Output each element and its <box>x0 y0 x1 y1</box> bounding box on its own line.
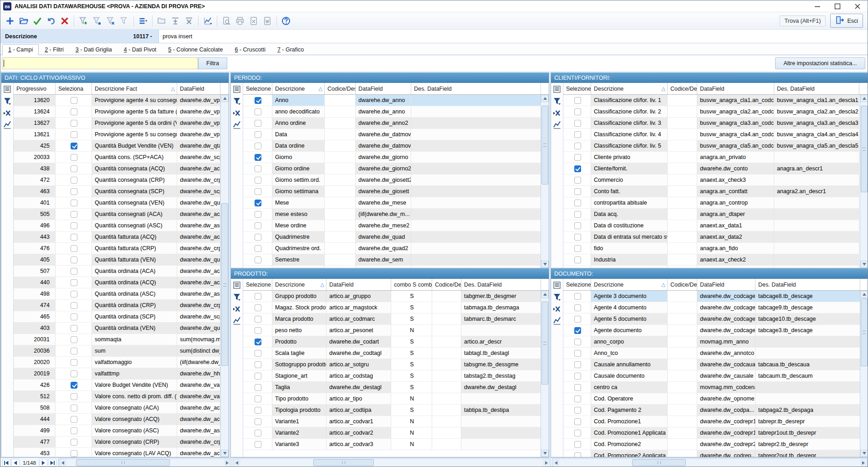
row-checkbox[interactable] <box>71 359 77 366</box>
column-header[interactable]: Des. DataField <box>756 279 860 290</box>
column-header[interactable]: Des. DataField <box>774 83 859 94</box>
row-checkbox[interactable] <box>255 257 261 263</box>
table-row[interactable]: anno_corpomovmag.mm_anno <box>563 336 860 348</box>
checkbox-cell[interactable] <box>56 311 92 323</box>
dati-filter-icon[interactable] <box>3 96 12 106</box>
prodotto-clear-filter-icon[interactable] <box>232 304 242 313</box>
scroll-left-arrow[interactable] <box>552 459 560 467</box>
checkbox-cell[interactable] <box>243 313 272 325</box>
row-checkbox[interactable] <box>255 131 261 138</box>
row-checkbox[interactable] <box>574 143 581 149</box>
checkbox-cell[interactable] <box>243 254 272 266</box>
column-header[interactable]: Progressivo <box>14 83 56 94</box>
tab-filtri[interactable]: 2 - Filtri <box>39 44 70 55</box>
table-row[interactable]: Datadwarehe.dw_datmov <box>243 129 541 140</box>
row-checkbox[interactable] <box>574 293 581 300</box>
scrollbar-thumb[interactable] <box>313 459 374 466</box>
clienti-columns-icon[interactable] <box>552 84 562 94</box>
checkbox-cell[interactable] <box>563 186 591 197</box>
table-row[interactable]: Data di costituzioneanaext.ax_data1 <box>563 220 860 231</box>
scroll-right-arrow[interactable] <box>224 459 231 467</box>
table-row[interactable]: Conto fatt.anagra.an_contfattanagra2.an_… <box>563 186 860 197</box>
column-header[interactable]: DataField <box>697 83 774 94</box>
checkbox-cell[interactable] <box>56 95 92 106</box>
table-row[interactable]: fidoanagra.an_fido <box>563 243 860 254</box>
periodo-filter-icon[interactable] <box>232 96 242 106</box>
checkbox-cell[interactable] <box>56 266 92 277</box>
table-row[interactable]: 13627Provvigione agente 5 da ordini (VEN… <box>14 118 220 129</box>
table-row[interactable]: Commercioanaext.ax_check3 <box>563 174 860 186</box>
row-checkbox[interactable] <box>71 370 77 377</box>
checkbox-cell[interactable] <box>243 370 272 382</box>
table-row[interactable]: Anno ordinedwarehe.dw_anno2 <box>243 118 541 129</box>
column-header[interactable]: DataField <box>697 279 756 290</box>
table-row[interactable]: 465Quantità ordinata (SCP)dwarehe.dw_scp… <box>14 311 220 323</box>
filter-remove-icon[interactable] <box>104 14 117 28</box>
clienti-vertical-scrollbar[interactable] <box>860 95 868 268</box>
checkbox-cell[interactable] <box>56 357 92 368</box>
table-row[interactable]: 425Quantità Budget Vendite (VEN)dwarehe.… <box>14 140 220 152</box>
tab-grafico[interactable]: 7 - Grafico <box>271 44 310 55</box>
row-checkbox[interactable] <box>255 245 261 252</box>
table-row[interactable]: Causale annullamentodwarehe.dw_codcauata… <box>563 359 860 370</box>
scroll-up-arrow[interactable] <box>860 291 868 298</box>
minimize-button[interactable] <box>807 0 827 12</box>
table-row[interactable]: 426Valore Budget Vendite (VEN)dwarehe.dw… <box>14 380 220 391</box>
checkbox-cell[interactable] <box>563 174 591 186</box>
table-row[interactable]: Classificazione cli/for. liv. 2busvw_ana… <box>563 106 860 118</box>
table-row[interactable]: 20036sumsum(distinct dw_va <box>14 345 220 357</box>
checkbox-cell[interactable] <box>56 186 92 197</box>
row-checkbox[interactable] <box>574 120 581 127</box>
row-checkbox[interactable] <box>255 316 261 323</box>
checkbox-cell[interactable] <box>56 380 92 391</box>
table-row[interactable]: Sottogruppo prodottoartico.ar_sotgruStab… <box>243 359 541 370</box>
table-row[interactable]: 453Valore consegnato (LAV ACQ)dwarehe.dw… <box>14 448 220 457</box>
column-header[interactable]: Seleziona <box>56 83 92 94</box>
filter-add-icon[interactable] <box>77 14 90 28</box>
dati-vertical-scrollbar[interactable] <box>220 95 229 457</box>
checkbox-cell[interactable] <box>243 152 272 163</box>
checkbox-cell[interactable] <box>56 152 92 163</box>
checkbox-cell[interactable] <box>243 197 272 209</box>
row-checkbox[interactable] <box>255 395 261 402</box>
table-row[interactable]: Magaz. Stock prodottoartico.ar_magstockS… <box>243 302 541 313</box>
checkbox-cell[interactable] <box>563 95 591 106</box>
scroll-up-arrow[interactable] <box>221 95 229 102</box>
checkbox-cell[interactable] <box>56 300 92 311</box>
scrollbar-thumb[interactable] <box>632 459 686 466</box>
column-header[interactable]: Selezione <box>243 83 272 94</box>
documento-clear-filter-icon[interactable] <box>552 304 562 313</box>
print-icon[interactable] <box>233 14 247 28</box>
checkbox-cell[interactable] <box>243 266 272 268</box>
row-checkbox[interactable] <box>255 293 261 300</box>
periodo-chart-icon[interactable] <box>232 120 242 129</box>
row-checkbox[interactable] <box>71 257 77 263</box>
tab-colonne-calcolate[interactable]: 5 - Colonne Calcolate <box>162 44 229 55</box>
column-header[interactable]: Descrizione△ <box>591 83 668 94</box>
table-row[interactable]: Marca prodottoartico.ar_codmarcStabmarc.… <box>243 313 541 325</box>
filter-input[interactable] <box>2 57 198 69</box>
filtra-button[interactable]: Filtra <box>198 57 227 69</box>
scrollbar-thumb[interactable] <box>861 106 868 192</box>
row-checkbox[interactable] <box>574 339 581 345</box>
row-checkbox[interactable] <box>71 439 77 446</box>
table-row[interactable]: Agente 4 documentodwarehe.dw_codcage4tab… <box>563 302 860 313</box>
undo-icon[interactable] <box>44 14 58 28</box>
checkbox-cell[interactable] <box>243 220 272 231</box>
table-row[interactable]: 512Valore cons. netto di prom. diff. (VE… <box>14 391 220 402</box>
scroll-down-arrow[interactable] <box>221 450 229 457</box>
row-checkbox[interactable] <box>255 211 261 218</box>
prodotto-filter-icon[interactable] <box>232 292 242 302</box>
prodotto-horizontal-scrollbar[interactable] <box>233 458 551 467</box>
tab-dati-pivot[interactable]: 4 - Dati Pivot <box>118 44 163 55</box>
row-checkbox[interactable] <box>574 350 581 357</box>
row-checkbox[interactable] <box>71 97 77 104</box>
row-checkbox[interactable] <box>574 407 581 414</box>
column-header[interactable]: Descrizione△ <box>272 83 325 94</box>
row-checkbox[interactable] <box>574 395 581 402</box>
last-record-button[interactable] <box>48 459 56 467</box>
row-checkbox[interactable] <box>71 313 77 320</box>
table-row[interactable]: Classificazione cli/for. liv. 1busvw_ana… <box>563 95 860 106</box>
export-word-icon[interactable] <box>260 14 274 28</box>
row-checkbox[interactable] <box>255 268 261 268</box>
